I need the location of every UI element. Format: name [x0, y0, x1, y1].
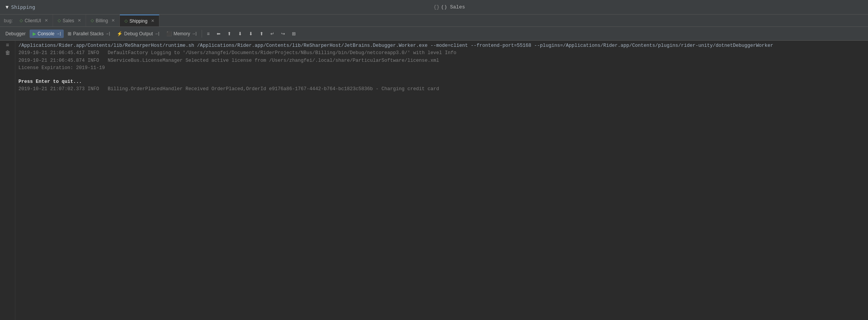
step-up-button[interactable]: ⬆ [224, 30, 234, 38]
console-line-press-enter: Press Enter to quit... [18, 78, 865, 86]
clientui-icon: ◇ [20, 18, 23, 23]
tab-shipping[interactable]: ◇ Shipping ✕ [120, 15, 159, 26]
step-down-button[interactable]: ⬇ [235, 30, 245, 38]
grid-button[interactable]: ⊞ [289, 30, 299, 38]
console-line-cmd: /Applications/Rider.app/Contents/lib/ReS… [18, 42, 865, 49]
debug-output-bug-icon: ⚡ [117, 31, 123, 36]
debug-label: bug: [2, 15, 15, 26]
memory-pin-icon: →| [192, 31, 197, 36]
forward-icon: ↪ [281, 31, 285, 36]
window-title: {}() Sales [434, 4, 465, 10]
gutter-trash-icon[interactable]: 🗑 [5, 50, 10, 56]
shipping-tab-title: ▼ Shipping [5, 4, 35, 10]
console-line-log3: License Expiration: 2019-11-19 [18, 64, 865, 72]
debug-output-button[interactable]: ⚡ Debug Output →| [114, 30, 162, 38]
console-empty-line [18, 72, 865, 78]
tab-bar: bug: ◇ ClientUI ✕ ◇ Sales ✕ ◇ Billing ✕ … [0, 15, 868, 27]
parallel-stacks-grid-icon: ⊞ [68, 31, 71, 36]
debug-output-label: Debug Output [124, 31, 153, 36]
step-back-button[interactable]: ⬅ [214, 30, 224, 38]
tab-billing[interactable]: ◇ Billing ✕ [86, 15, 120, 26]
memory-button[interactable]: ⬛ Memory →| [163, 30, 200, 38]
return-icon: ↵ [270, 31, 274, 36]
console-play-icon: ▶ [33, 31, 36, 36]
return-button[interactable]: ↵ [267, 30, 277, 38]
debugger-button[interactable]: Debugger [2, 30, 29, 38]
console-label: Console [38, 31, 55, 36]
main-content: ≡ 🗑 /Applications/Rider.app/Contents/lib… [0, 41, 868, 320]
download-icon: ⬇ [249, 31, 253, 36]
step-back-icon: ⬅ [217, 31, 220, 36]
tab-sales-label: Sales [63, 18, 74, 23]
step-down-icon: ⬇ [238, 31, 242, 36]
console-pin-icon: →| [56, 31, 61, 36]
menu-lines-icon: ≡ [207, 31, 210, 36]
parallel-stacks-button[interactable]: ⊞ Parallel Stacks →| [65, 30, 113, 38]
upload-icon: ⬆ [260, 31, 263, 36]
sales-icon: ◇ [58, 18, 61, 23]
tab-clientui-label: ClientUI [25, 18, 41, 23]
parallel-stacks-label: Parallel Stacks [73, 31, 103, 36]
tab-sales-close[interactable]: ✕ [78, 18, 81, 23]
tab-billing-label: Billing [96, 18, 108, 23]
toolbar-separator-1 [202, 30, 202, 38]
grid-icon: ⊞ [292, 31, 296, 36]
tab-sales[interactable]: ◇ Sales ✕ [53, 15, 86, 26]
tab-clientui-close[interactable]: ✕ [45, 18, 48, 23]
console-line-log1: 2019-10-21 21:06:45.417 INFO DefaultFact… [18, 49, 865, 57]
title-bar-left: ▼ Shipping [5, 4, 35, 10]
tab-shipping-close[interactable]: ✕ [151, 18, 154, 23]
gutter-lines-icon[interactable]: ≡ [6, 42, 9, 48]
title-bar: ▼ Shipping {}() Sales [0, 0, 868, 15]
shipping-icon: ◇ [124, 18, 128, 23]
tab-billing-close[interactable]: ✕ [111, 18, 115, 23]
console-output: /Applications/Rider.app/Contents/lib/ReS… [15, 41, 868, 320]
forward-button[interactable]: ↪ [278, 30, 288, 38]
download-button[interactable]: ⬇ [246, 30, 256, 38]
left-gutter: ≡ 🗑 [0, 41, 15, 320]
console-line-log4: 2019-10-21 21:07:02.373 INFO Billing.Ord… [18, 86, 865, 93]
console-line-log2: 2019-10-21 21:06:45.874 INFO NServiceBus… [18, 57, 865, 64]
billing-icon: ◇ [91, 18, 94, 23]
step-up-icon: ⬆ [227, 31, 231, 36]
menu-lines-button[interactable]: ≡ [204, 30, 213, 38]
console-button[interactable]: ▶ Console →| [30, 30, 64, 38]
tab-clientui[interactable]: ◇ ClientUI ✕ [15, 15, 53, 26]
debugger-label: Debugger [5, 31, 26, 36]
parallel-stacks-pin-icon: →| [105, 31, 110, 36]
memory-label: Memory [174, 31, 190, 36]
memory-chip-icon: ⬛ [166, 31, 172, 36]
tab-shipping-label: Shipping [129, 18, 147, 24]
upload-button[interactable]: ⬆ [257, 30, 267, 38]
toolbar: Debugger ▶ Console →| ⊞ Parallel Stacks … [0, 27, 868, 41]
debug-output-pin-icon: →| [154, 31, 159, 36]
